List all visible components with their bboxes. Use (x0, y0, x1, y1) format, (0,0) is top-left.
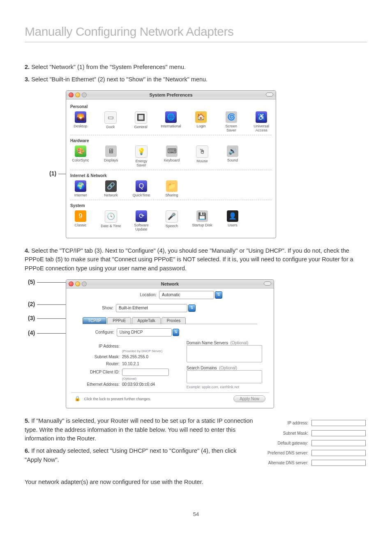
pref-software-update[interactable]: ⟳Software Update (131, 210, 152, 231)
toolbar-pill-icon[interactable] (266, 92, 273, 97)
tab-tcpip[interactable]: TCP/IP (83, 317, 106, 324)
desktop-icon: 🌄 (75, 111, 86, 123)
location-label: Location: (118, 293, 157, 297)
ip-note: (Provided by DHCP Server) (122, 349, 179, 353)
pref-login[interactable]: 🏠Login (191, 111, 211, 132)
lock-row[interactable]: 🔒 Click the lock to prevent further chan… (74, 396, 151, 401)
show-label: Show: (74, 306, 113, 310)
displays-icon: 🖥 (105, 145, 117, 157)
ip-address-input[interactable] (311, 420, 366, 426)
zoom-icon[interactable] (82, 92, 87, 97)
toolbar-pill-icon[interactable] (264, 281, 271, 286)
pref-colorsync[interactable]: 🎨ColorSync (70, 145, 91, 167)
speech-icon: 🎤 (166, 210, 178, 223)
step-5-text: If "Manually" is selected, your Router w… (25, 417, 253, 442)
category-hardware: Hardware 🎨ColorSync 🖥Displays 💡Energy Sa… (70, 135, 272, 170)
category-hardware-title: Hardware (70, 138, 272, 143)
step-2-text: Select "Network" (1) from the "System Pr… (31, 64, 186, 70)
step-6: 6. If not already selected, select "Usin… (25, 447, 254, 465)
search-label: Search Domains (187, 366, 217, 370)
network-title: Network (161, 281, 179, 286)
pref-screensaver[interactable]: 🌀Screen Saver (221, 111, 241, 132)
date-time-icon: 🕓 (105, 210, 117, 223)
step-3: 3. Select "Built-in Ethernet" (2) next t… (25, 75, 367, 84)
router-label: Router: (78, 362, 120, 366)
show-select[interactable]: Built-in Ethernet (116, 304, 187, 312)
traffic-lights-net (69, 281, 87, 286)
traffic-lights (69, 92, 87, 97)
search-header: Search Domains (Optional) (187, 366, 261, 370)
pref-universal[interactable]: ♿Universal Access (251, 111, 272, 132)
tab-proxies[interactable]: Proxies (161, 317, 186, 324)
pref-general[interactable]: 🔲General (131, 111, 151, 132)
pref-classic[interactable]: 9Classic (70, 210, 91, 231)
pref-startup-disk[interactable]: 💾Startup Disk (192, 210, 212, 231)
configure-chevron-icon[interactable]: ⇅ (173, 329, 179, 336)
dns-label: Domain Name Servers (187, 341, 228, 345)
figure-sysprefs: (1) System Preferences Personal 🌄Desktop… (25, 90, 367, 238)
pref-users[interactable]: 👤Users (222, 210, 243, 231)
lock-icon: 🔒 (74, 396, 81, 401)
default-gateway-input[interactable] (311, 440, 366, 446)
pref-datetime[interactable]: 🕓Date & Time (101, 210, 121, 231)
subnet-mask-input[interactable] (311, 430, 366, 436)
pref-quicktime[interactable]: QQuickTime (131, 180, 152, 197)
sysprefs-titlebar: System Preferences (66, 91, 276, 99)
ip-form-label: Subnet Mask: (266, 428, 310, 438)
tab-right: Domain Name Servers (Optional) Search Do… (187, 328, 261, 389)
pref-keyboard[interactable]: ⌨Keyboard (161, 145, 182, 167)
close-icon[interactable] (69, 281, 74, 286)
step-6-num: 6. (25, 447, 30, 454)
pref-speech[interactable]: 🎤Speech (161, 210, 182, 231)
pref-sharing[interactable]: 📁Sharing (161, 180, 182, 197)
figure-network: (5) (2) (3) (4) Network Location: Automa… (25, 279, 367, 408)
subnet-label: Subnet Mask: (78, 355, 120, 359)
step-5-num: 5. (25, 417, 30, 424)
pref-international[interactable]: 🌐International (161, 111, 181, 132)
close-icon[interactable] (69, 92, 74, 97)
alternate-dns-input[interactable] (311, 460, 366, 466)
search-textarea[interactable] (187, 370, 262, 383)
bottom-bar: 🔒 Click the lock to prevent further chan… (71, 392, 269, 405)
software-update-icon: ⟳ (136, 210, 147, 222)
dns-textarea[interactable] (187, 345, 262, 362)
category-personal: Personal 🌄Desktop ▭Dock 🔲General 🌐Intern… (70, 101, 272, 135)
pref-energy[interactable]: 💡Energy Saver (131, 145, 152, 167)
category-internet: Internet & Network 🌍Internet 🔗Network QQ… (70, 170, 272, 200)
tabs: TCP/IP PPPoE AppleTalk Proxies (83, 317, 257, 324)
pref-mouse[interactable]: 🖱Mouse (192, 145, 212, 167)
tab-pppoe[interactable]: PPPoE (107, 317, 131, 324)
energy-saver-icon: 💡 (135, 145, 148, 158)
startup-disk-icon: 💾 (196, 210, 208, 222)
internet-icon: 🌍 (75, 180, 86, 192)
step-6-text: If not already selected, select "Using D… (25, 447, 236, 463)
minimize-icon[interactable] (75, 92, 80, 97)
pref-sound[interactable]: 🔊Sound (222, 145, 243, 167)
apply-now-button[interactable]: Apply Now (233, 395, 265, 402)
pref-displays[interactable]: 🖥Displays (101, 145, 121, 167)
network-window: Network Location: Automatic ⇅ Show: Buil… (66, 279, 274, 408)
location-row: Location: Automatic ⇅ (66, 288, 274, 302)
page-number: 54 (25, 511, 367, 517)
keyboard-icon: ⌨ (166, 145, 178, 157)
step-2: 2. Select "Network" (1) from the "System… (25, 63, 367, 72)
preferred-dns-input[interactable] (311, 450, 366, 456)
location-chevron-icon[interactable]: ⇅ (215, 291, 222, 299)
screensaver-icon: 🌀 (226, 111, 237, 123)
leader-5 (37, 282, 66, 283)
pref-internet[interactable]: 🌍Internet (70, 180, 91, 197)
pref-dock[interactable]: ▭Dock (100, 111, 120, 132)
category-system: System 9Classic 🕓Date & Time ⟳Software U… (70, 200, 272, 234)
step-4: 4. Select the "TCP/IP" tab (3). Next to … (25, 247, 367, 273)
sysprefs-title: System Preferences (149, 92, 192, 97)
show-chevron-icon[interactable]: ⇅ (188, 304, 196, 312)
dhcp-input[interactable] (122, 369, 169, 376)
ip-form-label: Alternate DNS server: (266, 458, 310, 468)
pref-network[interactable]: 🔗Network (101, 180, 121, 197)
pref-desktop[interactable]: 🌄Desktop (70, 111, 90, 132)
configure-select[interactable]: Using DHCP (117, 328, 172, 336)
zoom-icon[interactable] (82, 281, 87, 286)
location-select[interactable]: Automatic (159, 291, 214, 299)
minimize-icon[interactable] (75, 281, 80, 286)
tab-appletalk[interactable]: AppleTalk (132, 317, 160, 324)
